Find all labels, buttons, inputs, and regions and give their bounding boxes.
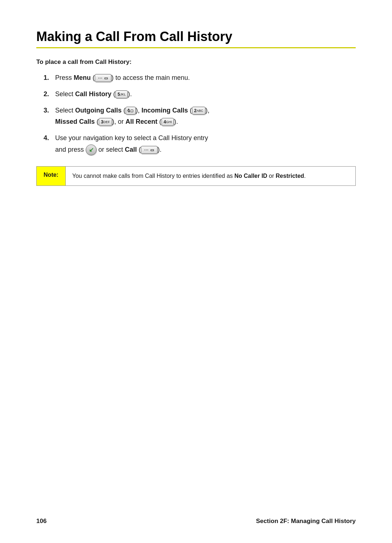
call-history-key-icon: 5JKL — [115, 90, 128, 98]
step-2-number: 2. — [44, 89, 55, 99]
title-underline — [36, 47, 356, 48]
note-label: Note: — [37, 167, 66, 185]
nav-key-icon: ↙ — [86, 144, 97, 155]
menu-key-icon: ··· ▭ — [95, 74, 111, 82]
step-2: 2. Select Call History (5JKL). — [44, 89, 356, 99]
missed-calls-label: Missed Calls — [55, 118, 95, 125]
outgoing-calls-key-icon: △1▢ — [126, 107, 136, 115]
step-4: 4. Use your navigation key to select a C… — [44, 133, 356, 155]
call-label: Call — [125, 146, 137, 153]
missed-calls-key-icon: 3DEF — [99, 118, 112, 126]
note-text-before: You cannot make calls from Call History … — [72, 173, 234, 179]
step-2-row: 2. Select Call History (5JKL). — [44, 89, 132, 99]
step-2-bold: Call History — [75, 90, 111, 98]
incoming-calls-key-icon: 2ABC — [192, 107, 205, 115]
page-footer: 106 Section 2F: Managing Call History — [36, 518, 356, 525]
step-1-row: 1. Press Menu (··· ▭) to access the main… — [44, 73, 190, 83]
note-text-mid: or — [267, 173, 275, 179]
step-4-line2: and press ↙ or select Call (··· ▭). — [55, 144, 208, 155]
page-container: Making a Call From Call History To place… — [0, 0, 392, 215]
call-menu-key-icon: ··· ▭ — [141, 146, 158, 154]
step-1: 1. Press Menu (··· ▭) to access the main… — [44, 73, 356, 83]
subtitle: To place a call from Call History: — [36, 58, 356, 66]
outgoing-calls-label: Outgoing Calls — [75, 107, 122, 114]
step-1-bold: Menu — [74, 74, 91, 81]
footer-page-number: 106 — [36, 518, 46, 525]
step-3: 3. Select Outgoing Calls (△1▢), Incoming… — [44, 106, 356, 127]
step-4-row: 4. Use your navigation key to select a C… — [44, 133, 208, 155]
step-4-content: Use your navigation key to select a Call… — [55, 133, 208, 155]
step-3-number: 3. — [44, 106, 55, 115]
note-text-end: . — [304, 173, 306, 179]
step-4-number: 4. — [44, 133, 55, 143]
all-recent-key-icon: 4GHI — [162, 118, 174, 126]
incoming-calls-label: Incoming Calls — [142, 107, 188, 114]
step-2-content: Select Call History (5JKL). — [55, 89, 132, 99]
note-box: Note: You cannot make calls from Call Hi… — [36, 166, 356, 186]
steps-list: 1. Press Menu (··· ▭) to access the main… — [44, 73, 356, 155]
no-caller-id-label: No Caller ID — [234, 173, 268, 179]
step-3-content: Select Outgoing Calls (△1▢), Incoming Ca… — [55, 106, 209, 127]
step-3-line2: Missed Calls (3DEF), or All Recent (4GHI… — [55, 117, 209, 127]
page-title: Making a Call From Call History — [36, 29, 356, 44]
step-3-row: 3. Select Outgoing Calls (△1▢), Incoming… — [44, 106, 209, 127]
step-1-content: Press Menu (··· ▭) to access the main me… — [55, 73, 190, 83]
step-4-line1: Use your navigation key to select a Call… — [55, 133, 208, 143]
all-recent-label: All Recent — [126, 118, 158, 125]
restricted-label: Restricted — [276, 173, 304, 179]
footer-section-title: Section 2F: Managing Call History — [256, 518, 356, 525]
note-content: You cannot make calls from Call History … — [66, 167, 312, 185]
step-1-number: 1. — [44, 73, 55, 83]
